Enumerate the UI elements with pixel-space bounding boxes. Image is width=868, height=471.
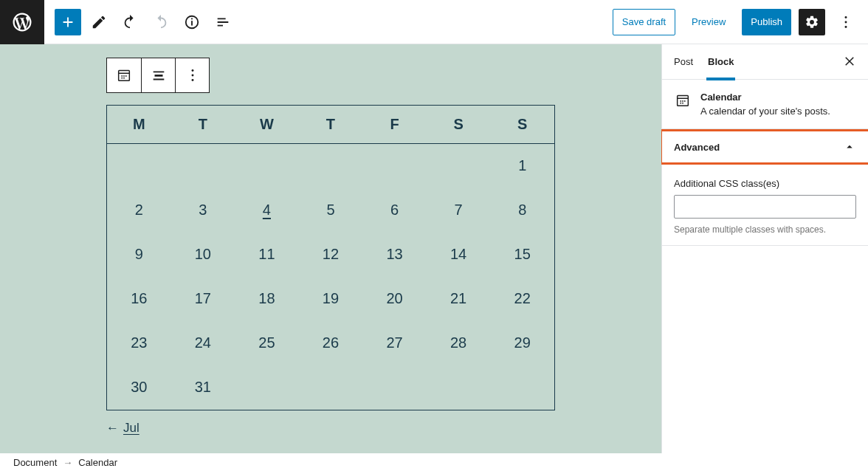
css-classes-input[interactable]: [674, 195, 856, 219]
calendar-table: MTWTFSS 12345678910111213141516171819202…: [107, 106, 554, 410]
breadcrumb-current[interactable]: Calendar: [78, 457, 117, 468]
calendar-day-cell[interactable]: 9: [107, 233, 171, 277]
calendar-day-header: M: [107, 106, 171, 144]
calendar-day-cell[interactable]: 29: [490, 321, 554, 365]
css-classes-label: Additional CSS class(es): [674, 178, 856, 189]
calendar-day-cell[interactable]: 12: [299, 233, 363, 277]
calendar-day-cell: [171, 144, 235, 188]
calendar-day-cell[interactable]: 8: [490, 188, 554, 233]
block-toolbar: [106, 58, 210, 93]
kebab-icon: [185, 67, 201, 83]
calendar-day-cell[interactable]: 16: [107, 277, 171, 321]
calendar-day-cell[interactable]: 3: [171, 188, 235, 233]
calendar-day-cell[interactable]: 23: [107, 321, 171, 365]
calendar-day-cell[interactable]: 21: [427, 277, 491, 321]
redo-icon: [153, 14, 169, 30]
calendar-day-cell[interactable]: 1: [490, 144, 554, 188]
calendar-day-cell[interactable]: 31: [171, 365, 235, 410]
svg-point-14: [191, 75, 193, 77]
calendar-day-cell[interactable]: 24: [171, 321, 235, 365]
calendar-day-cell[interactable]: 5: [299, 188, 363, 233]
calendar-day-cell: [235, 144, 299, 188]
svg-point-11: [121, 78, 123, 79]
editor-canvas[interactable]: MTWTFSS 12345678910111213141516171819202…: [0, 44, 661, 453]
calendar-day-cell[interactable]: 6: [362, 188, 427, 233]
align-button[interactable]: [141, 58, 175, 92]
calendar-day-cell[interactable]: 17: [171, 277, 235, 321]
calendar-day-cell: [490, 365, 554, 410]
outline-button[interactable]: [210, 9, 236, 35]
advanced-panel-highlight: Advanced: [660, 129, 868, 165]
calendar-day-cell[interactable]: 10: [171, 233, 235, 277]
block-title: Calendar: [700, 92, 830, 103]
svg-point-3: [845, 16, 847, 18]
calendar-day-cell: [362, 144, 427, 188]
save-draft-button[interactable]: Save draft: [613, 9, 675, 35]
calendar-day-cell[interactable]: 25: [235, 321, 299, 365]
block-description: A calendar of your site's posts.: [700, 106, 830, 117]
chevron-up-icon: [843, 140, 856, 154]
calendar-day-cell[interactable]: 20: [362, 277, 427, 321]
calendar-block[interactable]: MTWTFSS 12345678910111213141516171819202…: [106, 105, 555, 410]
calendar-day-cell: [107, 144, 171, 188]
calendar-day-cell[interactable]: 27: [362, 321, 427, 365]
breadcrumb: Document → Calendar: [0, 453, 868, 471]
sidebar-close-button[interactable]: [843, 54, 856, 69]
list-view-icon: [215, 14, 231, 30]
svg-point-22: [682, 103, 683, 104]
settings-button[interactable]: [799, 9, 825, 35]
svg-rect-2: [191, 18, 193, 19]
calendar-day-cell[interactable]: 19: [299, 277, 363, 321]
svg-point-13: [191, 69, 193, 72]
calendar-day-cell[interactable]: 11: [235, 233, 299, 277]
tab-block[interactable]: Block: [708, 44, 734, 80]
advanced-panel-toggle[interactable]: Advanced: [662, 131, 868, 162]
calendar-day-cell[interactable]: 28: [427, 321, 491, 365]
svg-point-12: [123, 78, 125, 79]
undo-icon: [122, 14, 138, 30]
calendar-prev-link[interactable]: ← Jul: [106, 421, 140, 436]
calendar-day-header: S: [427, 106, 491, 144]
wp-logo-button[interactable]: [0, 0, 44, 44]
tab-post[interactable]: Post: [674, 44, 693, 80]
calendar-day-cell[interactable]: 7: [427, 188, 491, 233]
calendar-day-cell[interactable]: 15: [490, 233, 554, 277]
info-button[interactable]: [179, 9, 205, 35]
redo-button[interactable]: [148, 9, 174, 35]
calendar-day-header: T: [171, 106, 235, 144]
calendar-icon: [675, 92, 691, 109]
breadcrumb-root[interactable]: Document: [13, 457, 57, 468]
calendar-day-cell: [427, 144, 491, 188]
svg-rect-1: [191, 21, 193, 25]
calendar-day-cell: [235, 365, 299, 410]
edit-mode-button[interactable]: [86, 9, 112, 35]
svg-point-9: [123, 75, 125, 77]
calendar-day-cell: [299, 144, 363, 188]
calendar-day-cell[interactable]: 13: [362, 233, 427, 277]
svg-point-5: [845, 25, 847, 27]
top-more-button[interactable]: [833, 9, 859, 35]
undo-button[interactable]: [117, 9, 143, 35]
calendar-day-cell[interactable]: 4: [235, 188, 299, 233]
pencil-icon: [91, 14, 107, 30]
calendar-day-cell[interactable]: 30: [107, 365, 171, 410]
block-more-button[interactable]: [175, 58, 209, 92]
svg-point-18: [680, 100, 681, 102]
calendar-day-header: S: [490, 106, 554, 144]
css-classes-help: Separate multiple classes with spaces.: [674, 224, 856, 235]
svg-point-19: [682, 100, 683, 102]
add-block-button[interactable]: [55, 9, 81, 35]
calendar-day-cell[interactable]: 18: [235, 277, 299, 321]
calendar-prev-label: Jul: [123, 421, 140, 436]
preview-button[interactable]: Preview: [683, 9, 734, 35]
calendar-day-cell[interactable]: 2: [107, 188, 171, 233]
publish-button[interactable]: Publish: [742, 9, 791, 35]
arrow-left-icon: ←: [106, 421, 119, 436]
block-type-button[interactable]: [107, 58, 141, 92]
close-icon: [843, 54, 856, 67]
calendar-day-header: W: [235, 106, 299, 144]
calendar-day-cell[interactable]: 14: [427, 233, 491, 277]
svg-point-20: [684, 100, 686, 102]
calendar-day-cell[interactable]: 22: [490, 277, 554, 321]
calendar-day-cell[interactable]: 26: [299, 321, 363, 365]
